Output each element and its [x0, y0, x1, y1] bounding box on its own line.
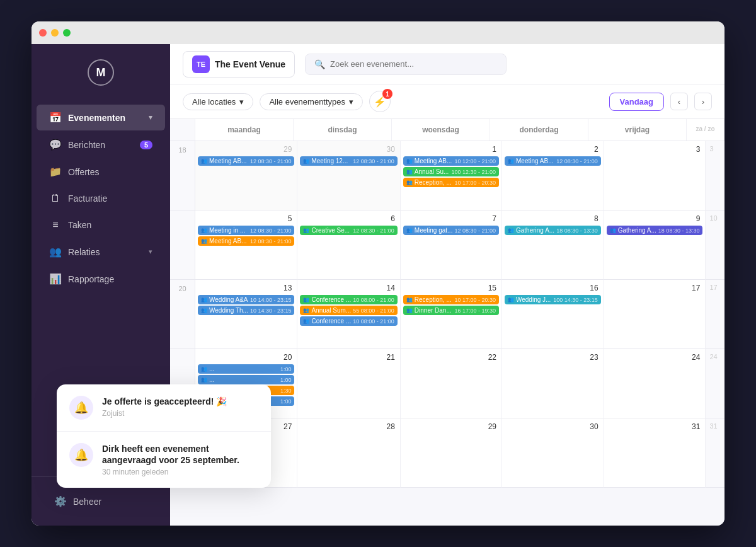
- calendar-cell[interactable]: 9👥Gathering A... 18 08:30 - 13:30: [604, 210, 706, 280]
- close-button[interactable]: [39, 29, 47, 37]
- event-chip[interactable]: 👥Meeting 12... 12 08:30 - 21:00: [300, 156, 397, 166]
- calendar-cell[interactable]: 15👥Reception, ... 10 17:00 - 20:30👥Dinne…: [401, 280, 502, 349]
- day-number: 20: [198, 352, 294, 364]
- sidebar-item-relaties[interactable]: 👥 Relaties ▾: [37, 239, 165, 265]
- sidebar-item-facturatie[interactable]: 🗒 Facturatie: [37, 186, 165, 211]
- calendar-cell[interactable]: 29👥Meeting AB... 12 08:30 - 21:00: [195, 141, 297, 210]
- event-chip[interactable]: 👥Gathering A... 18 08:30 - 13:30: [505, 226, 601, 235]
- sidebar-item-taken[interactable]: ≡ Taken: [37, 212, 165, 238]
- calendar-cell[interactable]: 16👥Wedding J... 100 14:30 - 23:15: [502, 280, 604, 349]
- event-chip[interactable]: 👥... 1:00: [198, 375, 294, 384]
- calendar-cell[interactable]: 24: [604, 349, 706, 418]
- notification-item[interactable]: 🔔 Dirk heeft een evenement aangevraagd v…: [57, 432, 271, 488]
- calendar-cell[interactable]: 6👥Creative Se... 12 08:30 - 21:00: [297, 210, 400, 280]
- week-number: 20: [170, 280, 195, 349]
- header-wednesday: woensdag: [392, 119, 490, 141]
- calendar-cell[interactable]: 29: [401, 418, 502, 488]
- browser-titlebar: [32, 21, 724, 44]
- event-chip[interactable]: 👥Dinner Dan... 16 17:00 - 19:30: [403, 306, 499, 315]
- sidebar-item-berichten[interactable]: 💬 Berichten 5: [37, 132, 165, 158]
- week-number: 18: [170, 141, 195, 210]
- type-filter[interactable]: Alle evenementtypes ▾: [260, 93, 363, 110]
- day-number: 14: [300, 282, 397, 295]
- calendar-cell[interactable]: 2👥Meeting AB... 12 08:30 - 21:00: [502, 141, 604, 210]
- calendar-cell[interactable]: 31: [604, 418, 706, 488]
- event-chip[interactable]: 👥Creative Se... 12 08:30 - 21:00: [300, 226, 397, 235]
- header-monday: maandag: [195, 119, 294, 141]
- event-chip[interactable]: 👥... 1:00: [198, 364, 294, 374]
- notification-icon: 🔔: [69, 396, 93, 420]
- calendar-cell[interactable]: 30: [502, 418, 604, 488]
- dropdown-icon: ▾: [349, 97, 353, 107]
- event-chip[interactable]: 👥Annual Su... 100 12:30 - 21:00: [403, 167, 499, 176]
- topbar: TE The Event Venue 🔍: [170, 44, 724, 84]
- calendar-cell[interactable]: 30👥Meeting 12... 12 08:30 - 21:00: [297, 141, 400, 210]
- day-number: 9: [607, 213, 703, 226]
- prev-arrow[interactable]: ‹: [670, 93, 688, 110]
- maximize-button[interactable]: [63, 29, 71, 37]
- day-number: 2: [505, 144, 601, 156]
- weekend-cell: 2425: [706, 349, 724, 418]
- sidebar-item-rapportage[interactable]: 📊 Rapportage: [37, 266, 165, 292]
- day-number: 21: [300, 352, 397, 364]
- calendar-header: maandag dinsdag woensdag donderdag vrijd…: [170, 119, 724, 141]
- calendar-cell[interactable]: 17: [604, 280, 706, 349]
- day-number: 1: [403, 144, 499, 156]
- day-number: 17: [607, 282, 703, 295]
- notification-content: Je offerte is geaccepteerd! 🎉 Zojuist: [102, 396, 258, 420]
- event-chip[interactable]: 👥Annual Sum... 55 08:00 - 21:00: [300, 306, 397, 315]
- event-chip[interactable]: 👥Meeting AB... 12 08:30 - 21:00: [505, 156, 601, 166]
- sidebar-item-offertes[interactable]: 📁 Offertes: [37, 159, 165, 185]
- venue-selector[interactable]: TE The Event Venue: [183, 51, 295, 78]
- minimize-button[interactable]: [51, 29, 59, 37]
- search-input[interactable]: [330, 59, 497, 69]
- calendar-cell[interactable]: 21: [297, 349, 400, 418]
- day-number: 23: [505, 352, 601, 364]
- filter-button[interactable]: ⚡ 1: [369, 91, 391, 112]
- calendar-cell[interactable]: 22: [401, 349, 502, 418]
- event-chip[interactable]: 👥Wedding J... 100 14:30 - 23:15: [505, 295, 601, 304]
- notification-content: Dirk heeft een evenement aangevraagd voo…: [102, 443, 258, 476]
- next-arrow[interactable]: ›: [694, 93, 712, 110]
- folder-icon: 📁: [49, 166, 62, 178]
- calendar-cell[interactable]: 8👥Gathering A... 18 08:30 - 13:30: [502, 210, 604, 280]
- calendar-cell[interactable]: 28: [297, 418, 400, 488]
- day-number: 29: [403, 421, 499, 434]
- event-chip[interactable]: 👥Gathering A... 18 08:30 - 13:30: [607, 226, 703, 235]
- weekend-cell: 1718: [706, 280, 724, 349]
- today-button[interactable]: Vandaag: [609, 93, 664, 111]
- notification-time: 30 minuten geleden: [102, 468, 258, 476]
- event-chip[interactable]: 👥Meeting AB... 10 12:00 - 21:00: [403, 156, 499, 166]
- header-thursday: donderdag: [490, 119, 588, 141]
- calendar-cell[interactable]: 14👥Conference ... 10 08:00 - 21:00👥Annua…: [297, 280, 400, 349]
- calendar-cell[interactable]: 13👥Wedding A&A 10 14:00 - 23:15👥Wedding …: [195, 280, 297, 349]
- event-chip[interactable]: 👥Meeting gat... 12 08:30 - 21:00: [403, 226, 499, 235]
- calendar-cell[interactable]: 5👥Meeting in ... 12 08:30 - 21:00👥Meetin…: [195, 210, 297, 280]
- event-chip[interactable]: 👥Wedding Th... 10 14:30 - 23:15: [198, 306, 294, 315]
- calendar-cell[interactable]: 3: [604, 141, 706, 210]
- calendar-cell[interactable]: 23: [502, 349, 604, 418]
- notification-item[interactable]: 🔔 Je offerte is geaccepteerd! 🎉 Zojuist: [57, 384, 271, 432]
- dropdown-icon: ▾: [239, 97, 244, 107]
- event-chip[interactable]: 👥Wedding A&A 10 14:00 - 23:15: [198, 295, 294, 304]
- notification-title: Dirk heeft een evenement aangevraagd voo…: [102, 443, 258, 466]
- chevron-icon: ▾: [149, 113, 152, 122]
- sidebar-item-beheer[interactable]: ⚙️ Beheer: [42, 488, 160, 514]
- event-chip[interactable]: 👥Meeting in ... 12 08:30 - 21:00: [198, 226, 294, 235]
- event-chip[interactable]: 👥Reception, ... 10 17:00 - 20:30: [403, 178, 499, 187]
- logo-icon[interactable]: M: [88, 59, 114, 86]
- calendar-cell[interactable]: 1👥Meeting AB... 10 12:00 - 21:00👥Annual …: [401, 141, 502, 210]
- week-number: [170, 210, 195, 280]
- day-number: 3: [607, 144, 703, 156]
- event-chip[interactable]: 👥Meeting AB... 12 08:30 - 21:00: [198, 236, 294, 246]
- event-chip[interactable]: 👥Conference ... 10 08:00 - 21:00: [300, 316, 397, 326]
- event-chip[interactable]: 👥Reception, ... 10 17:00 - 20:30: [403, 295, 499, 304]
- invoice-icon: 🗒: [49, 193, 62, 204]
- sidebar-item-evenementen[interactable]: 📅 Evenementen ▾: [37, 105, 165, 130]
- location-filter[interactable]: Alle locaties ▾: [183, 93, 253, 110]
- tasks-icon: ≡: [49, 219, 62, 231]
- calendar-cell[interactable]: 7👥Meeting gat... 12 08:30 - 21:00: [401, 210, 502, 280]
- event-chip[interactable]: 👥Conference ... 10 08:00 - 21:00: [300, 295, 397, 304]
- event-chip[interactable]: 👥Meeting AB... 12 08:30 - 21:00: [198, 156, 294, 166]
- notification-icon: 🔔: [69, 443, 93, 467]
